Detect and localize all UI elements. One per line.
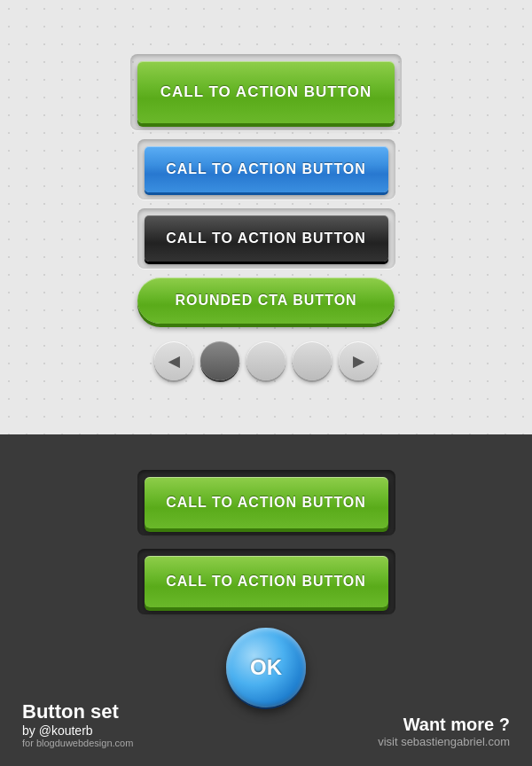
pagination-dot-1[interactable]	[200, 341, 239, 380]
green-button-6-container: CALL TO ACTION BUTTON	[137, 549, 395, 614]
branding-title: Button set	[22, 700, 133, 723]
want-more: Want more ? visit sebastiengabriel.com	[378, 715, 510, 748]
branding-for: for blogduwebdesign.com	[22, 738, 133, 748]
green-button-5-container: CALL TO ACTION BUTTON	[137, 470, 395, 535]
rounded-cta-button[interactable]: ROUNDED CTA BUTTON	[137, 277, 395, 324]
blue-button-container: CALL TO ACTION BUTTON	[137, 139, 395, 199]
green-cta-button-1[interactable]: CALL TO ACTION BUTTON	[137, 61, 395, 123]
bottom-section: CALL TO ACTION BUTTON CALL TO ACTION BUT…	[0, 434, 532, 766]
want-more-title: Want more ?	[378, 715, 510, 735]
pagination-dot-2[interactable]	[246, 341, 286, 380]
dark-button-container: CALL TO ACTION BUTTON	[137, 208, 395, 269]
pagination: ◀ ▶	[154, 341, 378, 380]
top-section: CALL TO ACTION BUTTON CALL TO ACTION BUT…	[0, 0, 532, 434]
pagination-prev[interactable]: ◀	[154, 341, 193, 380]
branding: Button set by @kouterb for blogduwebdesi…	[22, 700, 133, 748]
dark-cta-button[interactable]: CALL TO ACTION BUTTON	[145, 215, 388, 262]
branding-sub: by @kouterb	[22, 723, 133, 738]
green-cta-button-5[interactable]: CALL TO ACTION BUTTON	[145, 477, 388, 528]
blue-cta-button[interactable]: CALL TO ACTION BUTTON	[145, 146, 388, 192]
want-more-link: visit sebastiengabriel.com	[378, 735, 510, 748]
pagination-dot-3[interactable]	[293, 341, 332, 380]
green-cta-button-6[interactable]: CALL TO ACTION BUTTON	[145, 556, 388, 607]
bottom-bar: Button set by @kouterb for blogduwebdesi…	[0, 683, 532, 766]
green-button-1-container: CALL TO ACTION BUTTON	[130, 54, 402, 130]
pagination-next[interactable]: ▶	[339, 341, 378, 380]
